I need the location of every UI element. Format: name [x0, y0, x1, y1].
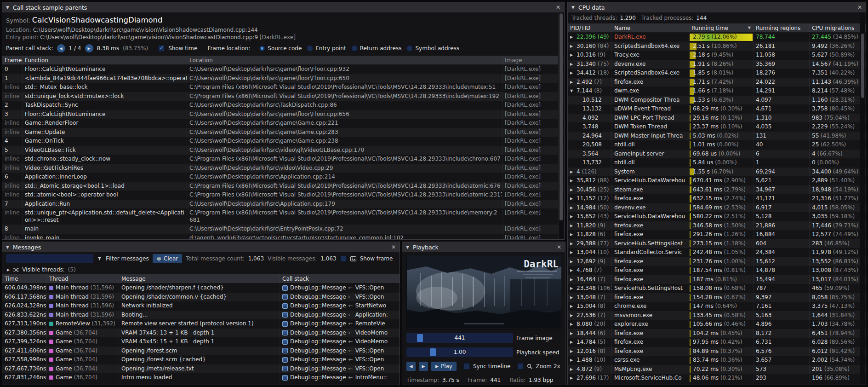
callstack-row[interactable]: inlineVideo::GetTicksHiResC:\Users\wolf\…: [2, 164, 564, 173]
cpu-row[interactable]: ▶8,080 (20)explorer.exe105.66 ms (0.46%)…: [568, 320, 866, 329]
message-row[interactable]: 627,380,356nsGame (36,704)VRAM 37x45: 13…: [2, 329, 400, 338]
cpu-row[interactable]: ▶4,768 (7)firefox.exe187.54 ms (0.81%)14…: [568, 266, 866, 275]
collapse-icon[interactable]: ▼: [571, 5, 575, 10]
expand-icon[interactable]: ▶: [570, 248, 574, 257]
cpu-row[interactable]: 3,564GameInput server69.68 us (0.00%)64 …: [568, 150, 866, 159]
cpu-row[interactable]: ▶11,152 (12)firefox.exe632.15 ms (2.74%)…: [568, 194, 866, 203]
expand-icon[interactable]: ▶: [570, 347, 574, 356]
collapse-icon[interactable]: ▼: [406, 245, 409, 249]
message-row[interactable]: 627,831,246nsGame (36,704)Intro menu loa…: [2, 373, 400, 382]
cpu-titlebar[interactable]: ▼ CPU data ✕: [568, 2, 866, 12]
cpu-row[interactable]: ▶11,820 (9)firefox.exe346.58 ms (1.50%)2…: [568, 221, 866, 231]
message-row[interactable]: 627,399,326nsGame (36,704)VRAM 43x45: 15…: [2, 337, 400, 347]
cpu-row[interactable]: ▶1,488 (10)csrss.exe83.74 ms (0.36%)3,65…: [568, 356, 866, 365]
message-callstack[interactable]: DebugLog::Message←Application:: [280, 311, 400, 320]
close-icon[interactable]: ✕: [391, 244, 396, 250]
col-name[interactable]: Name: [612, 23, 689, 32]
cpu-row[interactable]: ▶22,396 (49)DarkRL.exe2.79 s (12.06%)78,…: [568, 33, 866, 42]
cpu-row[interactable]: ▶2,492 (7)firefox.exe1.71 s (7.42%)24,02…: [568, 78, 866, 87]
collapse-icon[interactable]: ▼: [6, 5, 9, 10]
cpu-row[interactable]: ▶10,316 (9)Tracy.exe2.18 s (9.45%)11,058…: [568, 51, 866, 60]
cpu-row[interactable]: 4,092DWM LPC Port Thread29.16 ms (0.13%)…: [568, 114, 866, 123]
filter-messages-button[interactable]: Filter messages: [106, 255, 149, 262]
message-callstack[interactable]: DebugLog::Message←VFS::Open: [280, 283, 400, 293]
cpu-row[interactable]: 24,964DWM Master Input Threa5.03 ms (0.0…: [568, 132, 866, 141]
message-row[interactable]: 627,667,736nsGame (36,704)Opening /meta/…: [2, 364, 400, 374]
cpu-row[interactable]: 10,512DWM Compositor Threa1.53 s (6.63%)…: [568, 96, 866, 105]
cpu-row[interactable]: ▶15,004 (8)chrome.exe147 ms (0.64%)7,161…: [568, 302, 866, 311]
expand-icon[interactable]: ▶: [570, 168, 574, 177]
callstack-row[interactable]: inlinestd::unique_ptr<Application,std::d…: [2, 208, 564, 225]
visible-threads-row[interactable]: ▶ Visible threads: (5): [2, 265, 400, 274]
callstack-scrollbar[interactable]: [558, 12, 564, 239]
expand-icon[interactable]: ▶: [570, 266, 574, 275]
location-path[interactable]: C:\Users\wolf\Desktop\darkrl\src\game\vi…: [33, 27, 258, 33]
callstack-row[interactable]: 4Game::OnTickC:\Users\wolf\Desktop\darkr…: [2, 137, 564, 146]
expand-icon[interactable]: ▶: [570, 60, 574, 69]
callstack-row[interactable]: 5VideoGLBase::TickC:\Users\wolf\Desktop\…: [2, 146, 564, 155]
expand-icon[interactable]: ▶: [570, 176, 574, 185]
cpu-row[interactable]: ▶13,044 (10)StandardCollector.Servic242.…: [568, 248, 866, 257]
show-frame-checkbox[interactable]: [340, 255, 347, 262]
cpu-row[interactable]: ▶18,444 (6)firefox.exe104.2 ms (0.45%)8,…: [568, 329, 866, 338]
cpu-row[interactable]: ▶27,696 (17)Microsoft.ServiceHub.Co48.06…: [568, 374, 866, 383]
expand-icon[interactable]: ▶: [570, 51, 574, 60]
frame-location-radio[interactable]: Symbol address: [406, 45, 459, 52]
cpu-row[interactable]: ▶4 (126)System1.55 s (6.70%)69,29434,400…: [568, 168, 866, 177]
frame-location-radio[interactable]: Source code: [259, 45, 302, 52]
callstack-row[interactable]: 8mainC:\Users\wolf\Desktop\darkrl\src\En…: [2, 225, 564, 234]
cpu-row[interactable]: ▶23,348 (106)ServiceHub.SettingsHost158.…: [568, 284, 866, 293]
prev-parent-button[interactable]: ◀: [57, 44, 65, 52]
callstack-row[interactable]: inlineGame::RenderFloorC:\Users\wolf\Des…: [2, 119, 564, 128]
message-callstack[interactable]: DebugLog::Message←VFS::Open: [280, 293, 400, 302]
expand-icon[interactable]: ▶: [7, 268, 10, 272]
callstack-row[interactable]: 7Application::RunC:\Users\wolf\Desktop\d…: [2, 200, 564, 209]
next-frame-button[interactable]: ▶: [419, 362, 428, 371]
clear-button[interactable]: ⊗ Clear: [153, 254, 182, 263]
expand-icon[interactable]: ▶: [570, 311, 574, 320]
expand-icon[interactable]: ▶: [570, 33, 574, 42]
playback-titlebar[interactable]: ▼ Playback ✕: [402, 242, 565, 252]
expand-icon[interactable]: ▶: [570, 338, 574, 347]
close-icon[interactable]: ✕: [556, 4, 560, 11]
close-icon[interactable]: ✕: [557, 244, 561, 250]
sync-timeline-checkbox[interactable]: [463, 363, 470, 370]
close-icon[interactable]: ✕: [857, 4, 862, 11]
callstack-row[interactable]: 1<lambda_84a19dc444fae966ca174e83e708bdc…: [2, 74, 564, 83]
message-callstack[interactable]: DebugLog::Message←VFS::Open: [280, 355, 400, 364]
cpu-row[interactable]: ▶14,984 (50)devenv.exe584.69 ms (2.53%)6…: [568, 203, 866, 213]
expand-icon[interactable]: ▼: [570, 87, 574, 96]
expand-icon[interactable]: ▶: [570, 42, 574, 51]
cpu-row[interactable]: 13,132uDWM Event Thread68.29 ms (0.30%)4…: [568, 104, 866, 114]
cpu-row[interactable]: ▶34,412 (18)ScriptedSandbox64.exe1.85 s …: [568, 69, 866, 78]
message-callstack[interactable]: DebugLog::Message←RemoteVie: [280, 319, 400, 329]
cpu-row[interactable]: ▼7,144 (8)dwm.exe1.66 s (7.18%)14,2918,2…: [568, 87, 866, 96]
show-time-checkbox[interactable]: [158, 45, 165, 52]
message-row[interactable]: 627,411,606nsGame (36,704)Opening /fores…: [2, 347, 400, 356]
expand-icon[interactable]: ▶: [570, 374, 574, 383]
collapse-icon[interactable]: ▼: [6, 245, 9, 249]
messages-titlebar[interactable]: ▼ Messages ✕: [2, 242, 400, 252]
message-filter-input[interactable]: [6, 254, 93, 263]
callstack-row[interactable]: inlinestd::_Atomic_storage<bool,1>::load…: [2, 182, 564, 191]
message-callstack[interactable]: DebugLog::Message←VideoMemo: [280, 329, 400, 338]
expand-icon[interactable]: ▶: [570, 275, 574, 284]
message-callstack[interactable]: DebugLog::Message←VFS::Open: [280, 364, 400, 374]
frame-location-radio[interactable]: Return address: [351, 45, 402, 52]
callstack-titlebar[interactable]: ▼ Call stack sample parents ✕: [2, 2, 564, 12]
expand-icon[interactable]: ▶: [570, 329, 574, 338]
callstack-row[interactable]: inlineGame::UpdateC:\Users\wolf\Desktop\…: [2, 128, 564, 137]
message-row[interactable]: 626,024,328nsMain thread (31,596)Network…: [2, 301, 400, 311]
message-row[interactable]: 627,313,190nsRemoteView (31,392)Remote v…: [2, 319, 400, 329]
callstack-row[interactable]: inlinestd::unique_lock<std::mutex>::lock…: [2, 92, 564, 101]
cpu-row[interactable]: ▶27,536 (7)msvsmon.exe133.45 ms (0.58%)5…: [568, 311, 866, 320]
expand-icon[interactable]: ▶: [570, 185, 574, 195]
callstack-row[interactable]: inlinestd::chrono::steady_clock::nowC:\P…: [2, 155, 564, 164]
expand-icon[interactable]: ▶: [570, 221, 574, 231]
cpu-row[interactable]: ▶29,388 (77)ServiceHub.SettingsHost273.1…: [568, 239, 866, 248]
callstack-row[interactable]: 0Floor::CalcLightNoLuminanceC:\Users\wol…: [2, 65, 564, 74]
message-callstack[interactable]: DebugLog::Message←VideoMemo: [280, 337, 400, 347]
expand-icon[interactable]: ▶: [570, 302, 574, 311]
cpu-row[interactable]: ▶12,692 (9)firefox.exe231.76 ms (1.00%)1…: [568, 257, 866, 266]
cpu-row[interactable]: ▶11,828 (6)firefox.exe291.26 ms (1.26%)1…: [568, 230, 866, 239]
